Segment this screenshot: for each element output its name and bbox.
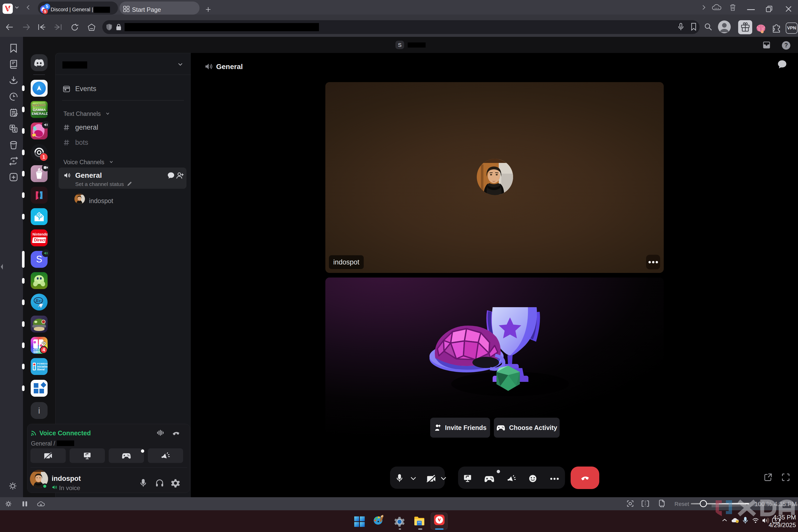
svg-text:Re:: Re: xyxy=(35,298,42,303)
svg-text:!: ! xyxy=(737,520,737,523)
